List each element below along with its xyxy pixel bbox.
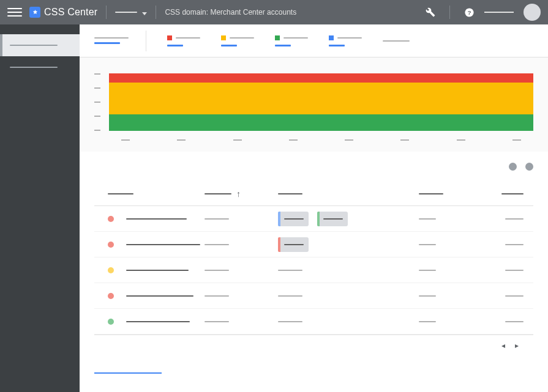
table-row[interactable]	[94, 232, 533, 257]
chart-x-axis	[109, 139, 533, 141]
sidebar-item-accounts[interactable]	[0, 34, 80, 56]
divider	[106, 6, 107, 19]
table-row[interactable]	[94, 257, 533, 283]
status-dot-icon	[108, 267, 114, 273]
sidebar	[0, 24, 80, 392]
caret-down-icon	[142, 12, 147, 15]
filter-chip[interactable]	[317, 212, 348, 226]
main-content: ↑ ◂ ▸	[80, 24, 548, 392]
filter-chip[interactable]	[278, 212, 309, 226]
hamburger-menu-icon[interactable]	[7, 5, 22, 20]
legend-item[interactable]	[329, 35, 362, 46]
table-row[interactable]	[94, 309, 533, 335]
page-dot[interactable]	[525, 163, 533, 171]
product-title: CSS Center	[44, 7, 97, 18]
filter-chip[interactable]	[278, 237, 309, 252]
sort-asc-icon: ↑	[236, 189, 241, 199]
col-header-issue[interactable]	[94, 193, 205, 194]
avatar[interactable]	[524, 4, 541, 21]
tab-overview[interactable]	[94, 31, 146, 51]
svg-text:?: ?	[467, 9, 471, 16]
table-pager: ◂ ▸	[94, 335, 533, 355]
divider	[449, 6, 450, 19]
table-row[interactable]	[94, 283, 533, 309]
status-dot-icon	[108, 293, 114, 299]
footer	[80, 365, 548, 392]
status-dot-icon	[108, 319, 114, 325]
issues-table: ↑ ◂ ▸	[80, 182, 548, 365]
breadcrumb: CSS domain: Merchant Center accounts	[165, 8, 296, 17]
stacked-bar	[109, 73, 533, 131]
learn-more-link[interactable]	[94, 372, 162, 374]
status-dot-icon	[108, 216, 114, 222]
col-header-severity[interactable]: ↑	[205, 189, 278, 199]
account-dropdown[interactable]	[115, 10, 147, 15]
legend-item[interactable]	[221, 35, 254, 46]
sidebar-item-settings[interactable]	[0, 56, 80, 78]
status-dot-icon	[108, 242, 114, 248]
page-dot[interactable]	[509, 163, 517, 171]
chart-panel	[80, 57, 548, 152]
col-header-trend[interactable]	[492, 193, 533, 194]
col-header-affected[interactable]	[278, 193, 419, 194]
col-header-country[interactable]	[419, 193, 492, 194]
legend-item[interactable]	[167, 35, 200, 46]
pager-next-icon[interactable]: ▸	[515, 341, 519, 350]
table-header-row: ↑	[94, 182, 533, 206]
legend-item[interactable]	[275, 35, 308, 46]
tools-icon[interactable]	[424, 6, 437, 19]
app-header: CSS Center CSS domain: Merchant Center a…	[0, 0, 548, 24]
divider	[156, 6, 156, 19]
help-icon[interactable]: ?	[462, 6, 476, 19]
header-placeholder	[484, 12, 514, 13]
pager-prev-icon[interactable]: ◂	[501, 341, 505, 350]
product-logo-icon	[29, 7, 40, 18]
chart-y-axis	[94, 73, 100, 131]
pagination-dots	[80, 152, 548, 182]
tab-download[interactable]	[383, 40, 410, 42]
tab-bar	[80, 24, 548, 57]
table-row[interactable]	[94, 206, 533, 232]
